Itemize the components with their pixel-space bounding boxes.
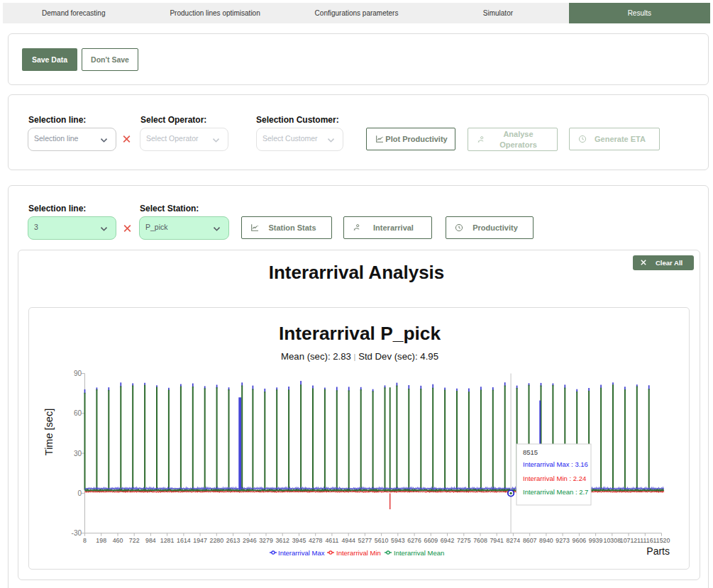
svg-text:984: 984	[145, 537, 156, 544]
svg-text:Interarrival Mean : 2.7: Interarrival Mean : 2.7	[523, 488, 588, 496]
svg-text:5943: 5943	[391, 537, 405, 544]
svg-text:30: 30	[74, 450, 82, 457]
svg-text:7275: 7275	[457, 537, 471, 544]
svg-text:8515: 8515	[523, 448, 538, 456]
svg-text:6276: 6276	[407, 537, 421, 544]
svg-text:7941: 7941	[490, 537, 504, 544]
svg-text:4278: 4278	[309, 537, 323, 544]
svg-text:5610: 5610	[375, 537, 389, 544]
svg-text:Interarrival Max: Interarrival Max	[278, 549, 325, 557]
svg-text:Interarrival Mean: Interarrival Mean	[394, 549, 444, 557]
svg-text:10712: 10712	[620, 537, 638, 544]
svg-text:198: 198	[96, 537, 106, 544]
svg-text:6609: 6609	[424, 537, 438, 544]
svg-text:0: 0	[77, 489, 82, 497]
svg-text:3279: 3279	[259, 537, 273, 544]
svg-text:5277: 5277	[358, 537, 372, 544]
svg-text:7608: 7608	[473, 537, 487, 544]
svg-text:1947: 1947	[193, 537, 207, 544]
svg-text:460: 460	[113, 537, 123, 544]
svg-text:4611: 4611	[325, 537, 338, 544]
svg-text:8607: 8607	[523, 537, 537, 544]
svg-text:Mean (sec): 2.83 | Std Dev (se: Mean (sec): 2.83 | Std Dev (sec): 4.95	[281, 351, 438, 362]
svg-text:3612: 3612	[275, 537, 289, 544]
svg-text:2613: 2613	[226, 537, 241, 544]
svg-text:11116: 11116	[637, 537, 653, 544]
svg-text:6942: 6942	[441, 537, 455, 544]
svg-text:1614: 1614	[177, 537, 191, 544]
svg-text:4944: 4944	[341, 537, 355, 544]
svg-text:Time [sec]: Time [sec]	[43, 409, 55, 455]
svg-text:Interarrival Max : 3.16: Interarrival Max : 3.16	[523, 460, 588, 468]
svg-text:Parts: Parts	[646, 545, 670, 557]
svg-text:9939: 9939	[589, 537, 603, 544]
svg-text:2280: 2280	[210, 537, 224, 544]
svg-text:Interarrival Min : 2.24: Interarrival Min : 2.24	[523, 475, 586, 482]
svg-text:Interarrival P_pick: Interarrival P_pick	[279, 323, 441, 344]
svg-text:8940: 8940	[539, 537, 553, 544]
svg-text:8274: 8274	[507, 537, 521, 544]
svg-text:-30: -30	[72, 529, 82, 537]
svg-text:3945: 3945	[292, 537, 306, 544]
svg-text:722: 722	[129, 537, 140, 544]
svg-text:2946: 2946	[243, 537, 257, 544]
svg-text:10308: 10308	[604, 537, 621, 544]
svg-text:60: 60	[74, 409, 82, 417]
svg-text:1281: 1281	[160, 537, 175, 544]
svg-text:9606: 9606	[573, 537, 587, 544]
svg-text:11520: 11520	[653, 537, 670, 544]
svg-text:8: 8	[83, 537, 87, 544]
svg-text:Interarrival Min: Interarrival Min	[336, 549, 381, 557]
svg-text:9273: 9273	[556, 537, 570, 544]
svg-text:90: 90	[74, 370, 82, 377]
